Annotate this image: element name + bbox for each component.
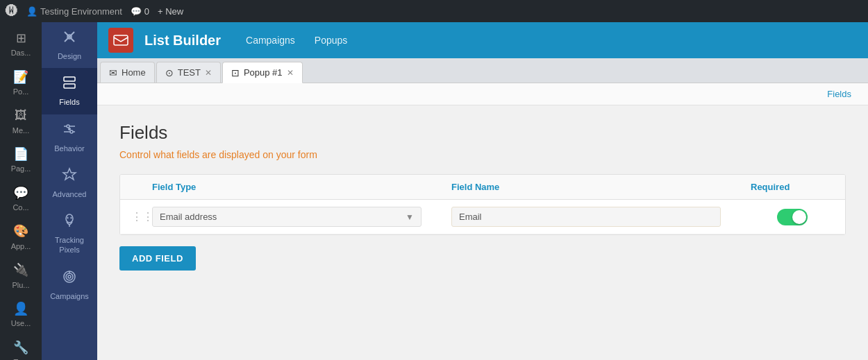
wp-sidebar: ⊞ Das... 📝 Po... 🖼 Me... 📄 Pag... 💬 Co..… bbox=[0, 22, 42, 360]
tracking-pixels-icon bbox=[62, 213, 77, 232]
sidebar-item-plugins[interactable]: 🔌 Plu... bbox=[0, 257, 42, 295]
plugin-sidebar-item-behavior[interactable]: Behavior bbox=[42, 114, 97, 160]
tab-home-icon: ✉ bbox=[109, 67, 117, 78]
app-wrapper: ⊞ Das... 📝 Po... 🖼 Me... 📄 Pag... 💬 Co..… bbox=[0, 22, 868, 360]
advanced-icon bbox=[62, 167, 77, 187]
svg-point-12 bbox=[66, 214, 73, 223]
drag-handle[interactable]: ⋮⋮ bbox=[131, 210, 152, 223]
comments-icon: 💬 bbox=[131, 6, 142, 17]
breadcrumb-fields-link[interactable]: Fields bbox=[827, 89, 851, 99]
plugin-header: List Builder Campaigns Popups bbox=[97, 22, 868, 58]
plugin-sidebar-item-design[interactable]: Design bbox=[42, 22, 97, 68]
site-name[interactable]: 👤 Testing Environment bbox=[26, 6, 122, 17]
toggle-thumb bbox=[792, 210, 806, 224]
fields-page-title: Fields bbox=[119, 122, 846, 144]
table-header-required: Required bbox=[751, 182, 834, 192]
sidebar-item-posts[interactable]: 📝 Po... bbox=[0, 64, 42, 103]
table-row: ⋮⋮ Email address ▼ Email bbox=[120, 200, 845, 234]
plugin-title: List Builder bbox=[144, 33, 221, 49]
plugin-logo bbox=[108, 28, 133, 53]
comments-icon-sidebar: 💬 bbox=[3, 185, 39, 201]
sidebar-item-users[interactable]: 👤 Use... bbox=[0, 295, 42, 334]
plugin-nav: Campaigns Popups bbox=[237, 31, 356, 50]
wp-admin-bar: 🅦 👤 Testing Environment 💬 0 + New bbox=[0, 0, 868, 22]
field-name-input[interactable]: Email bbox=[451, 207, 721, 227]
svg-point-11 bbox=[70, 130, 73, 133]
appearance-icon: 🎨 bbox=[3, 223, 39, 239]
sidebar-item-dashboard[interactable]: ⊞ Das... bbox=[0, 25, 42, 64]
fields-table-header: Field Type Field Name Required bbox=[120, 175, 845, 200]
table-header-drag bbox=[131, 182, 152, 192]
tabs-bar: ✉ Home ⊙ TEST ✕ ⊡ Popup #1 ✕ bbox=[97, 58, 868, 83]
fields-icon bbox=[62, 75, 77, 94]
users-icon: 👤 bbox=[3, 301, 39, 317]
sidebar-item-tools[interactable]: 🔧 To... bbox=[0, 334, 42, 361]
add-field-button[interactable]: ADD FIELD bbox=[119, 246, 196, 271]
chevron-down-icon: ▼ bbox=[406, 212, 414, 222]
svg-rect-20 bbox=[114, 35, 128, 45]
comments-bar-item[interactable]: 💬 0 bbox=[131, 6, 149, 17]
nav-popups[interactable]: Popups bbox=[306, 31, 356, 50]
fields-page: Fields Control what fields are displayed… bbox=[97, 105, 868, 287]
tools-icon: 🔧 bbox=[3, 340, 39, 356]
campaigns-icon bbox=[62, 269, 77, 289]
plugin-sidebar-item-fields[interactable]: Fields bbox=[42, 68, 97, 114]
content-area: Fields Fields Control what fields are di… bbox=[97, 83, 868, 360]
field-name-cell: Email bbox=[451, 207, 751, 227]
field-type-cell: Email address ▼ bbox=[152, 207, 451, 227]
breadcrumb-bar: Fields bbox=[97, 83, 868, 105]
tab-test[interactable]: ⊙ TEST ✕ bbox=[156, 62, 221, 83]
plugin-sidebar: Design Fields bbox=[42, 22, 97, 360]
tab-home[interactable]: ✉ Home bbox=[100, 62, 155, 83]
plugin-sidebar-item-campaigns[interactable]: Campaigns bbox=[42, 262, 97, 308]
sidebar-item-media[interactable]: 🖼 Me... bbox=[0, 102, 42, 141]
sidebar-item-pages[interactable]: 📄 Pag... bbox=[0, 141, 42, 180]
tab-test-icon: ⊙ bbox=[165, 67, 174, 78]
svg-rect-3 bbox=[64, 77, 75, 81]
svg-rect-4 bbox=[64, 84, 75, 88]
new-bar-item[interactable]: + New bbox=[158, 6, 183, 17]
tab-popup1-close[interactable]: ✕ bbox=[287, 69, 294, 77]
required-cell bbox=[751, 209, 834, 225]
toggle-track bbox=[777, 209, 808, 225]
svg-point-17 bbox=[66, 273, 73, 280]
table-header-field-name: Field Name bbox=[451, 182, 751, 192]
tab-popup1-icon: ⊡ bbox=[231, 67, 240, 78]
tab-test-close[interactable]: ✕ bbox=[205, 69, 212, 77]
tab-popup1[interactable]: ⊡ Popup #1 ✕ bbox=[222, 62, 303, 83]
media-icon: 🖼 bbox=[3, 108, 39, 123]
svg-point-14 bbox=[71, 217, 72, 219]
required-toggle[interactable] bbox=[777, 209, 808, 225]
plugin-sidebar-item-tracking-pixels[interactable]: Tracking Pixels bbox=[42, 206, 97, 262]
svg-point-8 bbox=[67, 125, 69, 128]
svg-point-18 bbox=[68, 275, 71, 278]
fields-page-subtitle: Control what fields are displayed on you… bbox=[119, 149, 846, 160]
posts-icon: 📝 bbox=[3, 69, 39, 85]
dashboard-icon: ⊞ bbox=[3, 31, 39, 46]
behavior-icon bbox=[62, 121, 77, 141]
nav-campaigns[interactable]: Campaigns bbox=[237, 31, 303, 50]
svg-point-13 bbox=[67, 217, 69, 219]
sidebar-item-appearance[interactable]: 🎨 App... bbox=[0, 218, 42, 257]
plugin-sidebar-item-advanced[interactable]: Advanced bbox=[42, 160, 97, 206]
table-header-field-type: Field Type bbox=[152, 182, 451, 192]
fields-table: Field Type Field Name Required ⋮⋮ Email … bbox=[119, 174, 846, 235]
pages-icon: 📄 bbox=[3, 146, 39, 162]
sidebar-item-comments[interactable]: 💬 Co... bbox=[0, 180, 42, 218]
design-icon bbox=[62, 29, 77, 49]
main-area: List Builder Campaigns Popups ✉ Home ⊙ T… bbox=[97, 22, 868, 360]
wp-logo-icon: 🅦 bbox=[6, 4, 18, 19]
field-type-select[interactable]: Email address ▼ bbox=[152, 207, 422, 227]
plugins-icon: 🔌 bbox=[3, 262, 39, 278]
